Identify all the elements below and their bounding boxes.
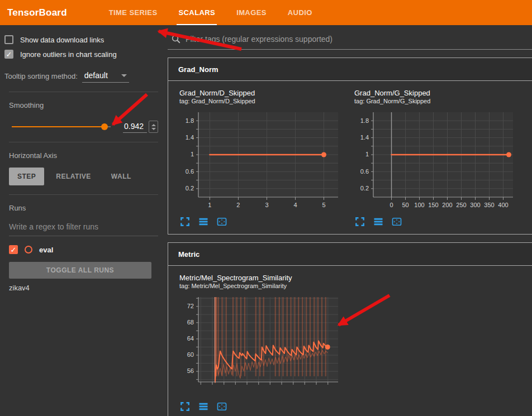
section-card-grad-norm: Grad_Norm Grad_Norm/D_Skipped tag: Grad_…: [168, 58, 532, 235]
stepper-up-icon[interactable]: [151, 124, 156, 126]
chart-tag: tag: Grad_Norm/D_Skipped: [179, 98, 344, 104]
horizontal-axis-label: Horizontal Axis: [9, 151, 158, 160]
tag-filter-bar: [168, 31, 532, 50]
svg-text:400: 400: [498, 202, 508, 208]
chart-card-g-skipped: Grad_Norm/G_Skipped tag: Grad_Norm/G_Ski…: [349, 88, 519, 228]
section-title: Grad_Norm: [178, 65, 218, 74]
chart-plot-mel-similarity[interactable]: 5660646872: [174, 294, 341, 395]
divider: [9, 92, 158, 92]
show-download-label: Show data download links: [20, 36, 104, 44]
tab-bar: TIME SERIES SCALARS IMAGES AUDIO: [98, 0, 323, 25]
divider: [9, 142, 158, 142]
svg-text:50: 50: [402, 202, 408, 208]
svg-text:1.4: 1.4: [360, 134, 369, 141]
divider: [9, 194, 158, 195]
svg-text:1.8: 1.8: [186, 117, 194, 124]
svg-text:200: 200: [442, 202, 452, 208]
fit-domain-icon[interactable]: [216, 401, 227, 412]
svg-text:1: 1: [365, 151, 369, 157]
show-download-row[interactable]: Show data download links: [4, 35, 158, 44]
axis-step-button[interactable]: STEP: [9, 168, 44, 185]
svg-text:1: 1: [191, 151, 194, 157]
fit-domain-icon[interactable]: [216, 216, 227, 227]
axis-relative-button[interactable]: RELATIVE: [48, 168, 99, 185]
svg-text:3: 3: [265, 202, 268, 208]
chevron-down-icon: [121, 74, 127, 77]
svg-text:0.6: 0.6: [186, 168, 194, 175]
chart-tag: tag: Metric/Mel_Spectrogram_Similarity: [179, 283, 344, 289]
expand-chart-icon[interactable]: [354, 216, 365, 227]
svg-text:56: 56: [187, 367, 194, 374]
run-row-eval[interactable]: ✓ eval: [9, 245, 158, 254]
svg-text:300: 300: [470, 202, 480, 208]
chart-card-mel-similarity: Metric/Mel_Spectrogram_Similarity tag: M…: [174, 274, 344, 412]
tab-audio[interactable]: AUDIO: [277, 0, 323, 25]
tab-images[interactable]: IMAGES: [226, 0, 277, 25]
tooltip-sort-select[interactable]: default: [82, 70, 129, 83]
stepper-down-icon[interactable]: [151, 128, 156, 130]
tooltip-sort-value: default: [84, 71, 108, 80]
section-card-metric: Metric Metric/Mel_Spectrogram_Similarity…: [168, 242, 532, 416]
ignore-outliers-row[interactable]: ✓ Ignore outliers in chart scaling: [4, 50, 158, 59]
section-title: Metric: [178, 250, 200, 259]
run-eval-checkbox[interactable]: ✓: [9, 245, 18, 254]
svg-text:1: 1: [208, 202, 211, 208]
dashboard-main: Grad_Norm Grad_Norm/D_Skipped tag: Grad_…: [168, 25, 532, 416]
svg-text:0.6: 0.6: [360, 168, 369, 175]
show-download-checkbox[interactable]: [4, 35, 13, 44]
svg-text:68: 68: [187, 319, 194, 326]
smoothing-slider[interactable]: [12, 123, 111, 131]
svg-text:1.8: 1.8: [360, 117, 369, 124]
section-header-grad-norm[interactable]: Grad_Norm: [168, 58, 532, 81]
run-color-swatch: [25, 246, 32, 254]
svg-text:150: 150: [428, 202, 438, 208]
svg-text:0.2: 0.2: [186, 185, 194, 192]
ignore-outliers-checkbox[interactable]: ✓: [4, 50, 13, 59]
svg-text:60: 60: [187, 351, 194, 358]
svg-text:4: 4: [293, 202, 297, 208]
smoothing-label: Smoothing: [9, 101, 158, 109]
smoothing-value-input[interactable]: 0.942: [123, 122, 147, 133]
svg-text:5: 5: [322, 202, 325, 208]
fit-domain-icon[interactable]: [391, 216, 402, 227]
data-table-icon[interactable]: [198, 401, 209, 412]
chart-title: Metric/Mel_Spectrogram_Similarity: [179, 274, 344, 282]
svg-text:0: 0: [390, 202, 393, 208]
svg-text:0.2: 0.2: [360, 185, 369, 192]
tab-scalars[interactable]: SCALARS: [168, 0, 226, 25]
chart-tag: tag: Grad_Norm/G_Skipped: [354, 98, 519, 104]
tab-time-series[interactable]: TIME SERIES: [98, 0, 168, 25]
smoothing-stepper[interactable]: [149, 121, 158, 133]
svg-text:64: 64: [187, 335, 194, 342]
section-header-metric[interactable]: Metric: [168, 243, 532, 266]
run-eval-label: eval: [39, 246, 53, 254]
toggle-all-runs-button[interactable]: TOGGLE ALL RUNS: [9, 262, 151, 279]
svg-text:1.4: 1.4: [186, 134, 194, 141]
chart-plot-g-skipped[interactable]: 0.20.611.41.8050100150200250300350400: [349, 109, 516, 211]
experiment-name: zikav4: [9, 284, 158, 292]
chart-title: Grad_Norm/G_Skipped: [354, 89, 519, 97]
chart-title: Grad_Norm/D_Skipped: [179, 89, 344, 97]
data-table-icon[interactable]: [373, 216, 384, 227]
expand-chart-icon[interactable]: [179, 216, 191, 227]
runs-filter-input[interactable]: [9, 220, 158, 236]
app-logo: TensorBoard: [7, 7, 67, 18]
svg-text:350: 350: [484, 202, 494, 208]
tag-filter-input[interactable]: [186, 35, 532, 44]
svg-text:100: 100: [414, 202, 424, 208]
svg-text:72: 72: [187, 303, 194, 309]
expand-chart-icon[interactable]: [179, 401, 191, 412]
app-header: TensorBoard TIME SERIES SCALARS IMAGES A…: [0, 0, 532, 25]
axis-wall-button[interactable]: WALL: [103, 168, 140, 185]
tooltip-sort-label: Tooltip sorting method:: [4, 72, 78, 80]
settings-sidebar: Show data download links ✓ Ignore outlie…: [0, 25, 168, 416]
data-table-icon[interactable]: [198, 216, 209, 227]
chart-plot-d-skipped[interactable]: 0.20.611.41.812345: [174, 109, 341, 211]
smoothing-slider-thumb[interactable]: [101, 123, 108, 130]
ignore-outliers-label: Ignore outliers in chart scaling: [20, 50, 117, 59]
runs-label: Runs: [9, 204, 158, 212]
svg-text:250: 250: [456, 202, 466, 208]
svg-text:2: 2: [236, 202, 240, 208]
chart-card-d-skipped: Grad_Norm/D_Skipped tag: Grad_Norm/D_Ski…: [174, 88, 344, 228]
search-icon: [171, 34, 181, 44]
